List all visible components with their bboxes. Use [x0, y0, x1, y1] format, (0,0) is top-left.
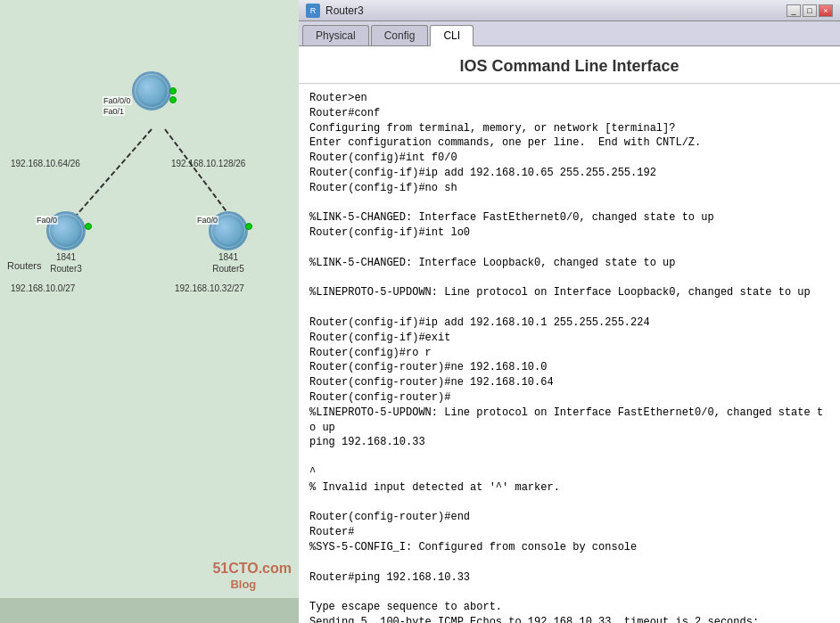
minimize-button[interactable]: _	[786, 4, 801, 17]
main-content: IOS Command Line Interface Router>en Rou…	[299, 46, 840, 623]
svg-line-0	[71, 129, 152, 221]
router3-name-label: Router3	[50, 264, 82, 274]
subnet-right-label: 192.168.10.128/26	[171, 159, 245, 168]
left-bottom-bar	[0, 598, 299, 623]
router5-name-label: Router5	[212, 264, 244, 274]
router3-subnet-label: 192.168.10.0/27	[11, 283, 75, 293]
tab-cli[interactable]: CLI	[430, 25, 474, 46]
ios-title: IOS Command Line Interface	[299, 46, 840, 84]
router5-subnet-label: 192.168.10.32/27	[175, 283, 244, 293]
tab-physical[interactable]: Physical	[302, 25, 369, 45]
cli-area[interactable]: Router>en Router#conf Configuring from t…	[299, 84, 840, 623]
routers-section-label: Routers	[7, 260, 42, 271]
router5-fa-label: Fa0/0	[196, 216, 218, 225]
tab-config[interactable]: Config	[371, 25, 429, 45]
top-router-icon	[132, 71, 171, 111]
dialog-titlebar: R Router3 _ □ ×	[299, 0, 840, 21]
router5-model-label: 1841	[218, 252, 238, 262]
top-router-fa00-label: Fa0/0/0	[103, 96, 132, 105]
router3-fa-label: Fa0/0	[36, 216, 58, 225]
svg-line-1	[165, 129, 234, 221]
subnet-left-label: 192.168.10.64/26	[11, 159, 80, 168]
maximize-button[interactable]: □	[803, 4, 817, 17]
topology-panel: Fa0/0/0 Fa0/1 192.168.10.64/26 192.168.1…	[0, 0, 299, 623]
tab-bar: Physical Config CLI	[299, 21, 840, 46]
router3-dialog: R Router3 _ □ × Physical Config CLI IOS …	[299, 0, 840, 623]
window-controls: _ □ ×	[786, 4, 833, 17]
top-router-fa01-label: Fa0/1	[103, 107, 125, 116]
dialog-title: Router3	[325, 4, 786, 17]
top-router[interactable]	[132, 71, 171, 111]
dialog-icon: R	[306, 4, 320, 18]
router3-model-label: 1841	[56, 252, 76, 262]
close-button[interactable]: ×	[819, 4, 833, 17]
watermark: 51CTO.com Blog	[212, 561, 292, 591]
